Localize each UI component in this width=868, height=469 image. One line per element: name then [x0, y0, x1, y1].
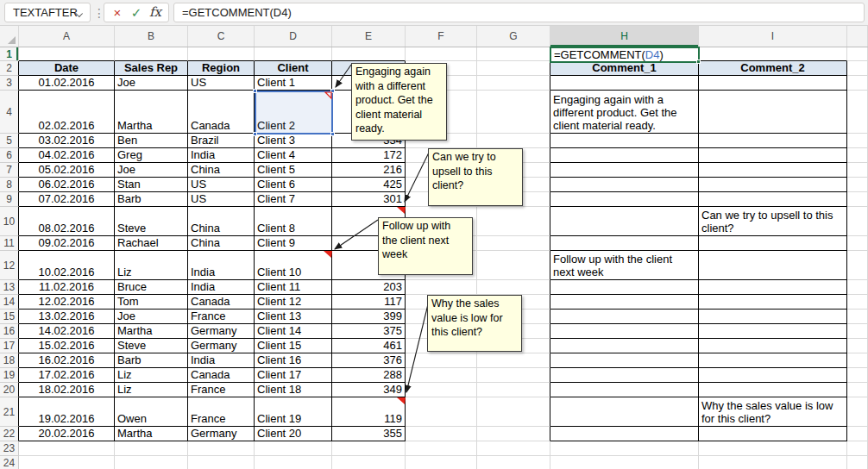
insert-function-icon[interactable]: fx [146, 3, 165, 22]
cell-E9[interactable]: 301 [332, 192, 406, 207]
cell-J5[interactable] [847, 134, 868, 148]
cancel-icon[interactable]: × [108, 3, 127, 22]
cell-E14[interactable]: 117 [332, 295, 406, 310]
cell-J9[interactable] [847, 192, 868, 207]
cell-I9[interactable] [699, 192, 847, 207]
cell-D21[interactable]: Client 19 [255, 397, 332, 427]
cell-A6[interactable]: 04.02.2016 [19, 148, 115, 163]
cell-B5[interactable]: Ben [115, 134, 188, 148]
cell-C1[interactable] [188, 47, 255, 61]
cell-E1[interactable] [332, 47, 406, 61]
cell-G13[interactable] [477, 280, 550, 295]
cell-D8[interactable]: Client 6 [255, 178, 332, 192]
cell-G4[interactable] [477, 91, 550, 134]
col-header-F[interactable]: F [406, 26, 477, 47]
cell-E24[interactable] [332, 456, 406, 469]
row-header-8[interactable]: 8 [0, 178, 19, 192]
row-header-19[interactable]: 19 [0, 368, 19, 383]
cell-B14[interactable]: Tom [115, 295, 188, 310]
cell-E22[interactable]: 355 [332, 427, 406, 441]
cell-C16[interactable]: Germany [188, 324, 255, 339]
select-all-corner[interactable] [0, 26, 19, 47]
cell-B2[interactable]: Sales Rep [115, 61, 188, 76]
cell-B24[interactable] [115, 456, 188, 469]
cell-E18[interactable]: 376 [332, 353, 406, 368]
cell-I14[interactable] [699, 295, 847, 310]
row-header-6[interactable]: 6 [0, 148, 19, 163]
cell-H6[interactable] [550, 148, 699, 163]
row-header-17[interactable]: 17 [0, 339, 19, 353]
cell-J8[interactable] [847, 178, 868, 192]
row-header-21[interactable]: 21 [0, 397, 19, 427]
cell-C10[interactable]: China [188, 207, 255, 236]
col-header-I[interactable]: I [699, 26, 847, 47]
cell-A15[interactable]: 13.02.2016 [19, 310, 115, 324]
cell-A2[interactable]: Date [19, 61, 115, 76]
cell-C24[interactable] [188, 456, 255, 469]
cell-E6[interactable]: 172 [332, 148, 406, 163]
col-header-C[interactable]: C [188, 26, 255, 47]
cell-I5[interactable] [699, 134, 847, 148]
cell-F1[interactable] [406, 47, 477, 61]
cell-B10[interactable]: Steve [115, 207, 188, 236]
cell-B20[interactable]: Liz [115, 383, 188, 397]
row-header-13[interactable]: 13 [0, 280, 19, 295]
cell-J14[interactable] [847, 295, 868, 310]
cell-J24[interactable] [847, 456, 868, 469]
cell-A22[interactable]: 20.02.2016 [19, 427, 115, 441]
row-header-24[interactable]: 24 [0, 456, 19, 469]
cell-J6[interactable] [847, 148, 868, 163]
cell-B22[interactable]: Martha [115, 427, 188, 441]
cell-D19[interactable]: Client 17 [255, 368, 332, 383]
cell-C2[interactable]: Region [188, 61, 255, 76]
cell-B23[interactable] [115, 441, 188, 456]
cell-E20[interactable]: 349 [332, 383, 406, 397]
cell-I3[interactable] [699, 76, 847, 91]
cell-H8[interactable] [550, 178, 699, 192]
cell-D16[interactable]: Client 14 [255, 324, 332, 339]
col-header-H[interactable]: H [550, 26, 699, 47]
cell-F24[interactable] [406, 456, 477, 469]
selection-handle[interactable] [253, 132, 257, 136]
cell-E23[interactable] [332, 441, 406, 456]
cell-A19[interactable]: 17.02.2016 [19, 368, 115, 383]
cell-D12[interactable]: Client 10 [255, 251, 332, 280]
cell-J20[interactable] [847, 383, 868, 397]
cell-H3[interactable] [550, 76, 699, 91]
cell-B21[interactable]: Owen [115, 397, 188, 427]
cell-D18[interactable]: Client 16 [255, 353, 332, 368]
cell-I10[interactable]: Can we try to upsell to this client? [699, 207, 847, 236]
cell-I11[interactable] [699, 236, 847, 251]
cell-G19[interactable] [477, 368, 550, 383]
row-header-22[interactable]: 22 [0, 427, 19, 441]
cell-A23[interactable] [19, 441, 115, 456]
row-header-18[interactable]: 18 [0, 353, 19, 368]
cell-J12[interactable] [847, 251, 868, 280]
cell-F20[interactable] [406, 383, 477, 397]
cell-C14[interactable]: Canada [188, 295, 255, 310]
cell-C5[interactable]: Brazil [188, 134, 255, 148]
cell-H4[interactable]: Engaging again with a different product.… [550, 91, 699, 134]
cell-G11[interactable] [477, 236, 550, 251]
cell-A17[interactable]: 15.02.2016 [19, 339, 115, 353]
cell-I22[interactable] [699, 427, 847, 441]
cell-B11[interactable]: Rachael [115, 236, 188, 251]
cell-J4[interactable] [847, 91, 868, 134]
col-header-G[interactable]: G [477, 26, 550, 47]
cell-E7[interactable]: 216 [332, 163, 406, 178]
cell-J21[interactable] [847, 397, 868, 427]
cell-A11[interactable]: 09.02.2016 [19, 236, 115, 251]
cell-J1[interactable] [847, 47, 868, 61]
cell-H15[interactable] [550, 310, 699, 324]
cell-G3[interactable] [477, 76, 550, 91]
row-header-4[interactable]: 4 [0, 91, 19, 134]
row-header-16[interactable]: 16 [0, 324, 19, 339]
cell-A9[interactable]: 07.02.2016 [19, 192, 115, 207]
cell-B18[interactable]: Barb [115, 353, 188, 368]
cell-J2[interactable] [847, 61, 868, 76]
cell-E15[interactable]: 399 [332, 310, 406, 324]
cell-A10[interactable]: 08.02.2016 [19, 207, 115, 236]
cell-B4[interactable]: Martha [115, 91, 188, 134]
row-header-20[interactable]: 20 [0, 383, 19, 397]
cell-I16[interactable] [699, 324, 847, 339]
